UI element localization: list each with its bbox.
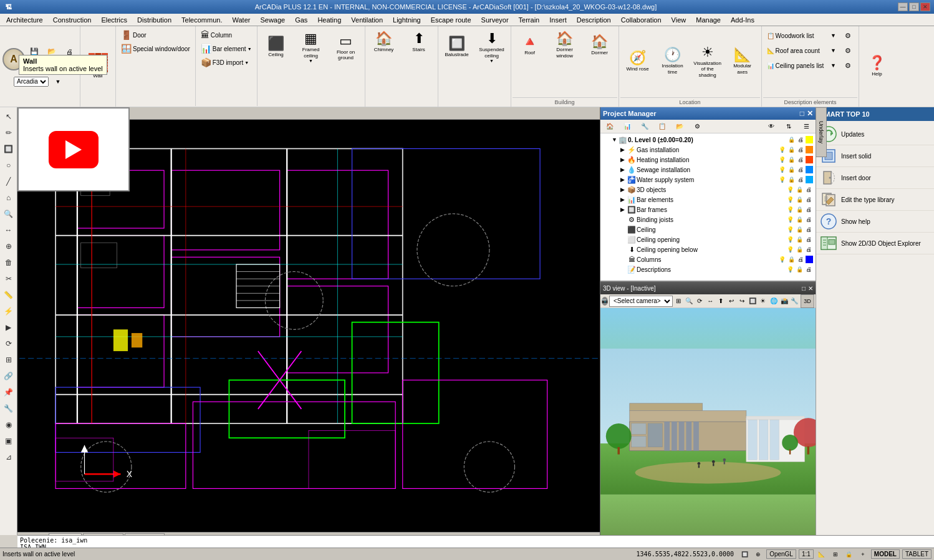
v3d-tb-2[interactable]: 🔍 (685, 294, 694, 308)
tree-gas[interactable]: ▶ ⚡ Gas installation 💡 🔒 🖨 (602, 145, 814, 155)
stairs-btn[interactable]: ⬆ Stairs (403, 30, 435, 55)
v3d-tb-3[interactable]: ⟳ (695, 294, 705, 308)
help-btn[interactable]: ❓ Help (860, 54, 893, 79)
v3d-tb-12[interactable]: 🔧 (790, 294, 799, 308)
youtube-overlay[interactable] (17, 107, 130, 191)
profile-settings-btn[interactable]: ▼ (50, 75, 66, 89)
menu-heating[interactable]: Heating (312, 15, 346, 25)
menu-ventilation[interactable]: Ventilation (346, 15, 388, 25)
roof-area-config-btn[interactable]: ⚙ (840, 44, 856, 57)
special-window-btn[interactable]: 🪟Special window/door (118, 42, 193, 55)
left-tool-8[interactable]: ↔ (1, 223, 16, 238)
smart-insert-solid[interactable]: Insert solid (816, 145, 934, 167)
menu-escape-route[interactable]: Escape route (426, 15, 476, 25)
pm-tb-6[interactable]: ⚙ (689, 120, 705, 133)
smart-show-explorer[interactable]: Show 2D/3D Object Explorer (816, 233, 934, 254)
left-tool-21[interactable]: ▣ (1, 433, 16, 448)
menu-surveyor[interactable]: Surveyor (476, 15, 514, 25)
tree-sewage[interactable]: ▶ 💧 Sewage installation 💡 🔒 🖨 (602, 165, 814, 175)
menu-collaboration[interactable]: Collaboration (616, 15, 667, 25)
smart-edit-library[interactable]: Edit the type library (816, 189, 934, 211)
v3d-tb-1[interactable]: ⊞ (674, 294, 683, 308)
ceiling-panels-config-btn[interactable]: ⚙ (840, 59, 856, 72)
ceiling-btn[interactable]: ⬛ Ceiling (260, 30, 292, 65)
pm-settings-btn[interactable]: ☰ (798, 120, 814, 133)
left-tool-18[interactable]: 📌 (1, 385, 16, 400)
left-tool-6[interactable]: ⌂ (1, 190, 16, 205)
dormer-btn[interactable]: 🏠 Dormer (584, 30, 616, 60)
roof-area-dd-btn[interactable]: ▼ (829, 44, 837, 57)
level-color-btn[interactable] (806, 136, 813, 143)
menu-electrics[interactable]: Electrics (96, 15, 132, 25)
chimney-btn[interactable]: 🏠 Chimney (368, 30, 400, 55)
tree-3d[interactable]: ▶ 📦 3D objects 💡 🔒 🖨 (602, 185, 814, 195)
left-tool-16[interactable]: ⊞ (1, 352, 16, 367)
pm-view-btn[interactable]: 👁 (763, 120, 779, 133)
woodwork-config-btn[interactable]: ⚙ (840, 29, 856, 42)
v3d-tb-5[interactable]: ⬆ (716, 294, 726, 308)
opengl-label[interactable]: OpenGL (766, 549, 796, 559)
menu-lightning[interactable]: Lightning (388, 15, 426, 25)
left-tool-13[interactable]: ⚡ (1, 304, 16, 319)
tree-binding-joists[interactable]: ⚙ Binding joists 💡 🔒 🖨 (602, 215, 814, 224)
tree-columns[interactable]: 🏛 Columns 💡 🔒 🖨 (602, 254, 814, 264)
f3d-import-btn[interactable]: 📦F3D import ▼ (198, 56, 254, 69)
tablet-label[interactable]: TABLET (902, 549, 932, 559)
smart-show-help[interactable]: ? Show help (816, 211, 934, 233)
insolation-time-btn[interactable]: 🕐 Insolation time (657, 46, 689, 77)
left-tool-19[interactable]: 🔧 (1, 401, 16, 416)
smart-updates[interactable]: Updates (816, 123, 934, 145)
view3d-expand-btn[interactable]: □ (802, 285, 806, 292)
menu-architecture[interactable]: Architecture (1, 15, 48, 25)
menu-terrain[interactable]: Terrain (514, 15, 545, 25)
floor-on-ground-btn[interactable]: ▭ Floor on ground (330, 30, 362, 65)
tree-ceiling-opening[interactable]: ⬜ Ceiling opening 💡 🔒 🖨 (602, 234, 814, 244)
menu-description[interactable]: Description (572, 15, 616, 25)
left-tool-1[interactable]: ↖ (1, 109, 16, 124)
tree-descriptions[interactable]: 📝 Descriptions 💡 🔒 🖨 (602, 264, 814, 274)
left-tool-22[interactable]: ⊿ (1, 450, 16, 465)
v3d-tb-7[interactable]: ↪ (737, 294, 746, 308)
tree-bar-frames[interactable]: ▶ 🔲 Bar frames 💡 🔒 🖨 (602, 205, 814, 215)
pm-tb-3[interactable]: 🔧 (637, 120, 653, 133)
v3d-tb-8[interactable]: 🔲 (748, 294, 757, 308)
left-tool-15[interactable]: ⟳ (1, 336, 16, 351)
view3d-content[interactable]: 3D view (600, 308, 816, 535)
status-icon-2[interactable]: ⊞ (830, 548, 841, 561)
v3d-tb-4[interactable]: ↔ (706, 294, 715, 308)
left-tool-17[interactable]: 🔗 (1, 369, 16, 384)
pm-close-btn[interactable]: ✕ (807, 109, 813, 118)
close-btn[interactable]: ✕ (920, 2, 930, 11)
door-btn[interactable]: 🚪Door (118, 29, 193, 41)
pm-sort-btn[interactable]: ⇅ (781, 120, 797, 133)
dormer-window-btn[interactable]: 🏠 Dormer window (549, 30, 581, 60)
tree-ceiling-opening-below[interactable]: ⬇ Ceiling opening below 💡 🔒 🖨 (602, 244, 814, 254)
pm-expand-btn[interactable]: □ (800, 109, 804, 118)
woodwork-dd-btn[interactable]: ▼ (829, 29, 837, 42)
left-tool-14[interactable]: ▶ (1, 320, 16, 335)
left-tool-9[interactable]: ⊕ (1, 239, 16, 254)
ceiling-panels-btn[interactable]: 📊Ceiling panels list (764, 61, 827, 70)
snap-btn-2[interactable]: ⊕ (753, 549, 764, 559)
left-tool-2[interactable]: ✏ (1, 125, 16, 140)
left-tool-4[interactable]: ○ (1, 158, 16, 173)
tree-ceiling[interactable]: ⬛ Ceiling 💡 🔒 🖨 (602, 224, 814, 234)
status-icon-1[interactable]: 📐 (816, 548, 827, 561)
underlay-tab[interactable]: Underlay (816, 107, 827, 157)
scale-label[interactable]: 1:1 (799, 549, 814, 559)
column-btn[interactable]: 🏛Column (198, 29, 254, 41)
menu-construction[interactable]: Construction (48, 15, 97, 25)
suspended-ceiling-btn[interactable]: ⬇ Suspended ceiling ▼ (476, 30, 508, 65)
view3d-close-btn[interactable]: ✕ (808, 285, 813, 292)
balustrade-btn[interactable]: 🔲 Balustrade (441, 30, 473, 65)
visualization-shading-btn[interactable]: ☀ Visualization of the shading (691, 44, 724, 80)
v3d-tb-10[interactable]: 🌐 (769, 294, 778, 308)
menu-telecommun[interactable]: Telecommun. (176, 15, 227, 25)
maximize-btn[interactable]: □ (909, 2, 919, 11)
roof-area-btn[interactable]: 📐Roof area count (764, 46, 827, 56)
camera-select[interactable]: <Select camera> (609, 296, 673, 307)
modular-axes-btn[interactable]: 📐 Modular axes (726, 46, 759, 77)
tree-heating[interactable]: ▶ 🔥 Heating installation 💡 🔒 🖨 (602, 155, 814, 165)
pm-tb-4[interactable]: 📋 (654, 120, 670, 133)
pm-tb-2[interactable]: 📊 (619, 120, 635, 133)
